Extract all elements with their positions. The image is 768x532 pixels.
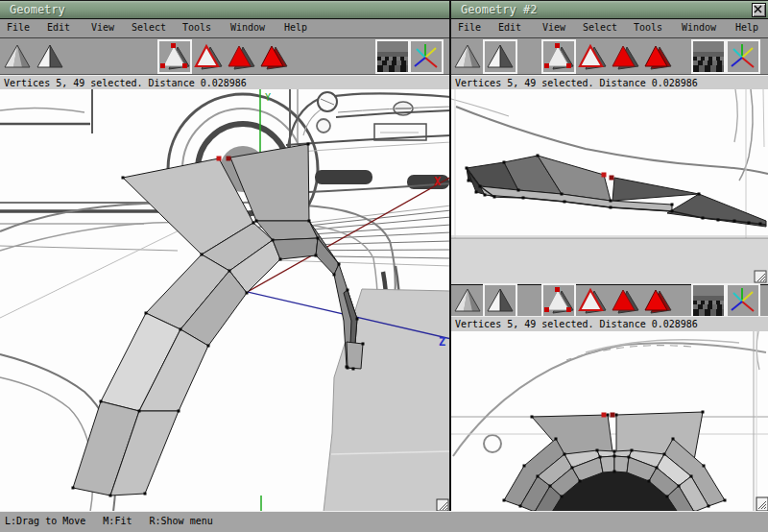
resize-grip[interactable]	[756, 497, 768, 511]
menu-item-edit[interactable]: Edit	[498, 22, 521, 33]
menu-item-help[interactable]: Help	[284, 22, 307, 33]
axes-icon[interactable]	[728, 285, 758, 316]
title-bar[interactable]: Geometry #2	[451, 1, 768, 19]
flat-mode-icon[interactable]	[485, 285, 516, 316]
shaded-mode-icon[interactable]	[452, 285, 483, 316]
menu-item-help[interactable]: Help	[735, 22, 758, 33]
viewport-side[interactable]	[451, 89, 768, 284]
face-select-icon[interactable]	[609, 41, 639, 72]
resize-grip[interactable]	[437, 499, 448, 511]
menu-item-view[interactable]: View	[542, 22, 565, 33]
menu-item-file[interactable]: File	[7, 22, 30, 33]
body-select-icon[interactable]	[257, 41, 288, 72]
menu-item-window[interactable]: Window	[230, 22, 265, 33]
axis-label-y: Y	[265, 92, 271, 103]
toolbar	[0, 38, 449, 75]
window-geometry: Geometry File Edit View Select Tools Win…	[0, 0, 449, 512]
resize-grip[interactable]	[755, 271, 766, 282]
menu-bar: File Edit View Select Tools Window Help	[451, 19, 768, 38]
selected-vertex	[227, 157, 231, 161]
viewport-perspective[interactable]: Y X Z	[0, 89, 449, 512]
vertex-select-icon[interactable]	[159, 41, 190, 72]
flat-mode-icon[interactable]	[35, 41, 65, 72]
menu-item-edit[interactable]: Edit	[47, 22, 70, 33]
ground-plane-icon[interactable]	[693, 285, 724, 316]
selected-vertex	[217, 157, 222, 161]
menu-item-tools[interactable]: Tools	[634, 22, 662, 33]
mesh[interactable]	[73, 144, 363, 496]
vertex-select-icon[interactable]	[543, 41, 574, 72]
menu-item-tools[interactable]: Tools	[182, 22, 211, 33]
menu-item-file[interactable]: File	[458, 22, 481, 33]
body-select-icon[interactable]	[641, 41, 672, 72]
face-select-icon[interactable]	[609, 285, 639, 316]
menu-item-select[interactable]: Select	[583, 22, 617, 33]
edge-select-icon[interactable]	[576, 41, 607, 72]
status-bar: L:Drag to Move M:Fit R:Show menu	[0, 511, 768, 532]
axis-label-z: Z	[439, 335, 445, 349]
info-line: Vertices 5, 49 selected. Distance 0.0289…	[451, 316, 768, 332]
ground-plane-icon[interactable]	[693, 41, 724, 72]
edge-select-icon[interactable]	[576, 285, 607, 316]
axes-icon[interactable]	[411, 41, 442, 72]
viewport-front[interactable]	[451, 331, 768, 512]
shaded-mode-icon[interactable]	[452, 41, 483, 72]
menu-item-view[interactable]: View	[91, 22, 114, 33]
selected-vertex	[602, 413, 607, 418]
selected-vertex	[602, 173, 607, 178]
face-select-icon[interactable]	[225, 41, 255, 72]
shaded-mode-icon[interactable]	[2, 41, 33, 72]
flat-mode-icon[interactable]	[485, 41, 516, 72]
body-select-icon[interactable]	[641, 285, 672, 316]
edge-select-icon[interactable]	[192, 41, 223, 72]
close-button[interactable]	[752, 3, 766, 17]
menu-item-select[interactable]: Select	[132, 22, 166, 33]
toolbar	[451, 38, 768, 75]
window-geometry-2: Geometry #2 File Edit View Select Tools …	[451, 0, 768, 512]
selected-vertex	[610, 176, 614, 181]
window-title: Geometry	[10, 3, 65, 16]
menu-item-window[interactable]: Window	[682, 22, 716, 33]
ground-plane	[324, 289, 449, 512]
vertex-select-icon[interactable]	[543, 285, 574, 316]
selected-vertex	[611, 413, 615, 418]
toolbar	[451, 284, 768, 317]
menu-bar: File Edit View Select Tools Window Help	[0, 19, 449, 38]
axes-icon[interactable]	[728, 41, 758, 72]
ground-plane-icon[interactable]	[377, 41, 408, 72]
ground-plane	[451, 238, 768, 284]
title-bar[interactable]: Geometry	[0, 1, 449, 19]
close-icon	[753, 4, 763, 14]
window-title: Geometry #2	[461, 3, 537, 16]
axis-label-x: X	[434, 175, 442, 188]
